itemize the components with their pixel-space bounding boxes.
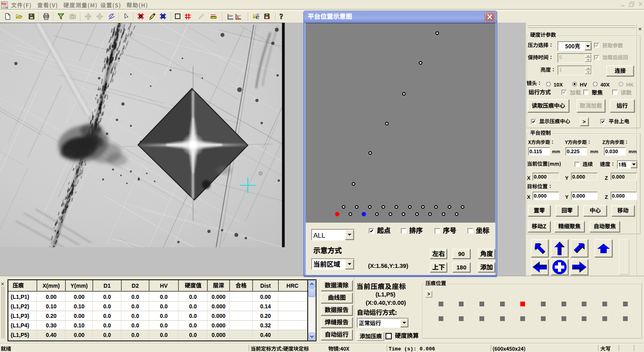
svg-text:DOC: DOC bbox=[2, 2, 7, 5]
svg-text:C: C bbox=[256, 15, 259, 20]
svg-text:6: 6 bbox=[268, 15, 270, 20]
svg-text:S: S bbox=[237, 15, 239, 20]
svg-text:?: ? bbox=[280, 13, 283, 20]
